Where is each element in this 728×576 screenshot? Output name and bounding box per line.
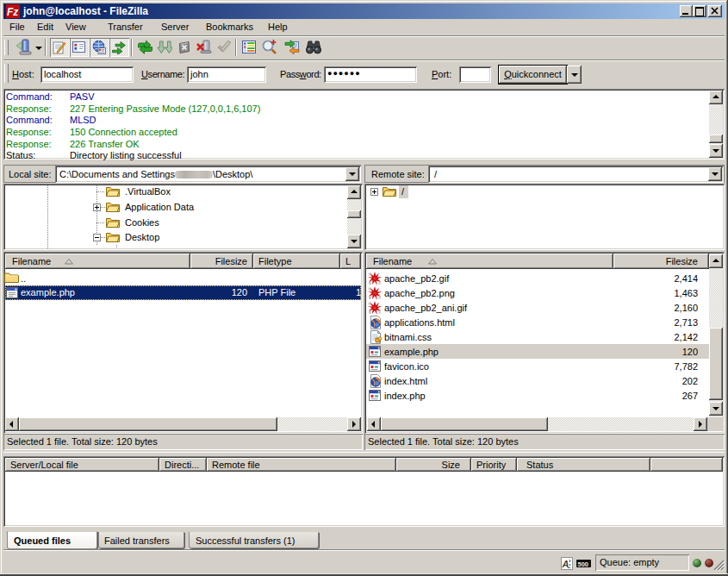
svg-text:A: A [562, 559, 569, 569]
svg-text:Fz: Fz [7, 6, 18, 18]
svg-text:500: 500 [578, 560, 589, 568]
